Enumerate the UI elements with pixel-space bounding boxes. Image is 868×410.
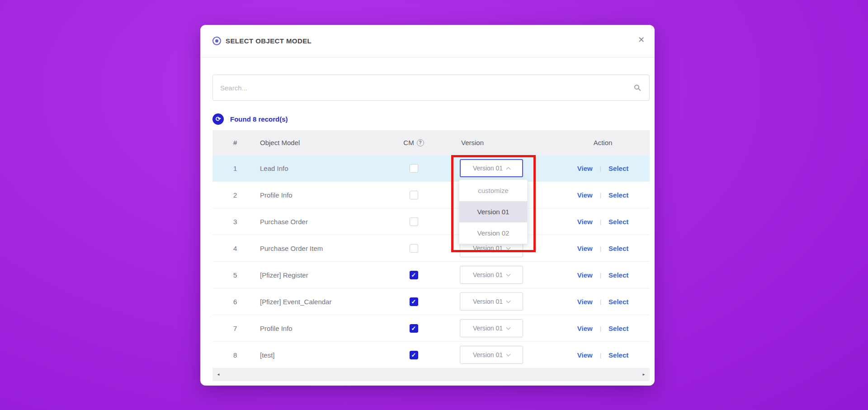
object-model-name: [test] [246, 351, 393, 359]
refresh-icon: ⟳ [212, 113, 224, 125]
version-select[interactable]: Version 01 [460, 319, 523, 337]
version-select[interactable]: Version 01 [460, 266, 523, 284]
cm-checkbox[interactable]: ✓ [410, 297, 418, 306]
version-select-value: Version 01 [473, 325, 503, 332]
search-box [212, 75, 650, 101]
table-row: 3 Purchase Order Version 01 View | Selec… [212, 208, 650, 235]
dialog-header: SELECT OBJECT MODEL ✕ [200, 25, 655, 57]
action-divider: | [600, 218, 601, 225]
close-icon[interactable]: ✕ [638, 36, 645, 44]
object-model-name: Purchase Order Item [246, 245, 393, 252]
horizontal-scrollbar[interactable]: ◄ ► [212, 368, 650, 381]
row-index: 8 [212, 351, 246, 359]
cm-checkbox[interactable] [410, 244, 418, 253]
cm-checkbox[interactable]: ✓ [410, 271, 418, 279]
scroll-left-icon[interactable]: ◄ [217, 373, 220, 377]
action-divider: | [600, 325, 601, 332]
version-select-value: Version 01 [473, 271, 503, 278]
table-row: 4 Purchase Order Item Version 01 View | … [212, 235, 650, 262]
col-header-action: Action [556, 139, 650, 146]
object-model-name: Lead Info [246, 165, 393, 172]
view-link[interactable]: View [577, 271, 593, 279]
cm-checkbox[interactable] [410, 164, 418, 173]
cm-checkbox[interactable]: ✓ [410, 351, 418, 359]
table-row: 5 [Pfizer] Register ✓ Version 01 View | … [212, 262, 650, 288]
chevron-down-icon [506, 245, 511, 250]
version-select-value: Version 01 [473, 298, 503, 305]
col-header-object-model: Object Model [246, 139, 393, 146]
action-divider: | [600, 165, 601, 172]
object-model-name: [Pfizer] Event_Calendar [246, 298, 393, 306]
object-model-name: Purchase Order [246, 218, 393, 226]
chevron-down-icon [506, 272, 511, 276]
view-link[interactable]: View [577, 351, 593, 359]
select-link[interactable]: Select [609, 325, 628, 332]
select-link[interactable]: Select [609, 245, 628, 252]
search-icon [634, 85, 639, 90]
action-divider: | [600, 272, 601, 278]
row-index: 6 [212, 298, 246, 306]
col-header-index: # [212, 139, 246, 146]
object-model-name: Profile Info [246, 325, 393, 332]
table-body: 1 Lead Info Version 01 View | Select 2 P… [212, 155, 650, 368]
chevron-down-icon [506, 325, 511, 330]
result-summary-row: ⟳ Found 8 record(s) [212, 113, 650, 125]
chevron-down-icon [506, 352, 511, 356]
action-divider: | [600, 245, 601, 252]
table-row: 6 [Pfizer] Event_Calendar ✓ Version 01 V… [212, 288, 650, 315]
row-index: 7 [212, 325, 246, 332]
version-select[interactable]: Version 01 [460, 346, 523, 364]
table-row: 8 [test] ✓ Version 01 View | Select [212, 342, 650, 368]
select-object-model-dialog: SELECT OBJECT MODEL ✕ ⟳ Found 8 record(s… [200, 25, 655, 386]
help-icon[interactable]: ? [417, 139, 424, 146]
row-index: 4 [212, 245, 246, 252]
select-link[interactable]: Select [609, 298, 628, 306]
action-divider: | [600, 352, 601, 358]
row-index: 1 [212, 165, 246, 172]
select-link[interactable]: Select [609, 218, 628, 226]
version-select-value: Version 01 [473, 165, 503, 172]
version-dropdown-option[interactable]: customize [459, 180, 527, 201]
search-input[interactable] [213, 75, 649, 100]
scroll-right-icon[interactable]: ► [642, 373, 646, 377]
object-model-icon [212, 37, 221, 45]
version-dropdown-option[interactable]: Version 02 [459, 222, 527, 244]
table-row: 1 Lead Info Version 01 View | Select [212, 155, 650, 182]
col-header-version: Version [434, 139, 556, 146]
row-index: 2 [212, 191, 246, 199]
version-select[interactable]: Version 01 [460, 159, 523, 177]
version-select[interactable]: Version 01 [460, 292, 523, 311]
view-link[interactable]: View [577, 191, 593, 199]
table-row: 7 Profile Info ✓ Version 01 View | Selec… [212, 315, 650, 342]
select-link[interactable]: Select [609, 351, 628, 359]
row-index: 5 [212, 271, 246, 279]
chevron-up-icon [506, 167, 511, 171]
view-link[interactable]: View [577, 218, 593, 226]
cm-checkbox[interactable] [410, 217, 418, 226]
col-header-cm: CM [403, 139, 414, 146]
row-index: 3 [212, 218, 246, 226]
action-divider: | [600, 298, 601, 305]
action-divider: | [600, 192, 601, 198]
view-link[interactable]: View [577, 325, 593, 332]
dialog-body: ⟳ Found 8 record(s) # Object Model CM ? … [200, 75, 655, 381]
dialog-title: SELECT OBJECT MODEL [226, 37, 311, 45]
select-link[interactable]: Select [609, 191, 628, 199]
table-row: 2 Profile Info Version 01 View | Select [212, 182, 650, 208]
cm-checkbox[interactable] [410, 191, 418, 199]
version-dropdown-option[interactable]: Version 01 [459, 201, 527, 222]
cm-checkbox[interactable]: ✓ [410, 324, 418, 333]
chevron-down-icon [506, 298, 511, 303]
view-link[interactable]: View [577, 245, 593, 252]
result-count-label: Found 8 record(s) [230, 115, 288, 123]
view-link[interactable]: View [577, 298, 593, 306]
version-select-value: Version 01 [473, 245, 503, 252]
object-model-name: Profile Info [246, 191, 393, 199]
object-model-table: # Object Model CM ? Version Action 1 Lea… [212, 130, 650, 368]
select-link[interactable]: Select [609, 165, 628, 172]
object-model-name: [Pfizer] Register [246, 271, 393, 279]
select-link[interactable]: Select [609, 271, 628, 279]
version-dropdown-menu: customizeVersion 01Version 02 [459, 179, 528, 244]
view-link[interactable]: View [577, 165, 593, 172]
table-header-row: # Object Model CM ? Version Action [212, 130, 650, 155]
